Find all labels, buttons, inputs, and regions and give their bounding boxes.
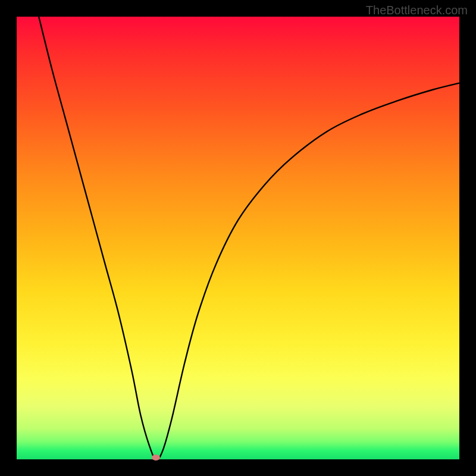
chart-frame: TheBottleneck.com: [0, 0, 476, 476]
plot-area: [17, 17, 459, 459]
bottleneck-curve: [17, 17, 459, 459]
minimum-marker: [152, 455, 160, 461]
watermark-text: TheBottleneck.com: [366, 4, 468, 17]
